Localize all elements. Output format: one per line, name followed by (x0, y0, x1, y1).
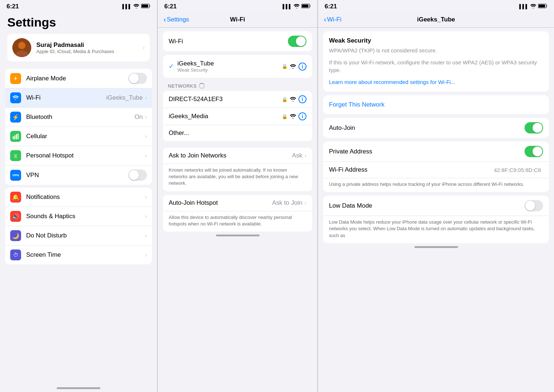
auto-join-hotspot-label: Auto-Join Hotspot (169, 199, 272, 207)
svg-rect-12 (302, 5, 309, 8)
wifi-nav-bar: ‹ Settings Wi-Fi (158, 12, 317, 28)
private-address-toggle[interactable] (525, 146, 543, 157)
network-detail-panel: 6:21 ▌▌▌ ‹ Wi-Fi iGeeks_Tube Weak Securi… (318, 0, 554, 392)
private-address-label: Private Address (329, 148, 525, 155)
auto-join-hotspot-section: Auto-Join Hotspot Ask to Join › Allow th… (163, 195, 312, 232)
airplane-mode-row[interactable]: ✈ Airplane Mode (5, 69, 152, 88)
signal-icon-3: ▌▌▌ (519, 4, 529, 9)
auto-join-row[interactable]: Auto-Join (323, 118, 549, 138)
wifi-nav-title: Wi-Fi (230, 16, 245, 23)
settings-title: Settings (7, 15, 150, 29)
screentime-row[interactable]: ⏱ Screen Time › (5, 245, 152, 264)
svg-rect-9 (16, 134, 17, 139)
wifi-toggle-label: Wi-Fi (169, 38, 288, 45)
hotspot-chevron: › (145, 152, 147, 159)
network-row-other[interactable]: Other... (163, 125, 312, 141)
svg-rect-8 (15, 135, 16, 139)
status-icons-2: ▌▌▌ (282, 3, 311, 10)
svg-rect-13 (310, 5, 311, 7)
profile-chevron: › (143, 44, 145, 51)
airplane-mode-label: Airplane Mode (26, 75, 128, 82)
ask-join-row[interactable]: Ask to Join Networks Ask › (163, 148, 312, 164)
auto-join-toggle[interactable] (525, 122, 543, 133)
connected-network[interactable]: ✓ iGeeks_Tube Weak Security 🔒 i (163, 55, 312, 78)
vpn-toggle[interactable] (128, 169, 147, 181)
hotspot-row[interactable]: ⧖ Personal Hotspot › (5, 146, 152, 165)
bluetooth-value: On (135, 113, 143, 121)
notifications-row[interactable]: 🔔 Notifications › (5, 188, 152, 207)
network-row-direct[interactable]: DIRECT-524A1EF3 🔒 i (163, 91, 312, 108)
sounds-row[interactable]: 🔊 Sounds & Haptics › (5, 207, 152, 226)
ask-join-description: Known networks will be joined automatica… (163, 164, 312, 191)
weak-security-learn-more[interactable]: Learn more about recommended settings fo… (329, 78, 543, 86)
profile-row[interactable]: Suraj Padmasali Apple ID, iCloud, Media … (7, 34, 150, 61)
vpn-row[interactable]: VPN VPN (5, 165, 152, 185)
ask-join-label: Ask to Join Networks (169, 152, 292, 159)
status-time-1: 6:21 (7, 3, 19, 10)
airplane-mode-toggle[interactable] (128, 73, 147, 84)
bluetooth-chevron: › (145, 114, 147, 120)
wifi-strength-icon-connected (290, 64, 296, 69)
home-indicator-1 (0, 384, 157, 392)
vpn-label: VPN (26, 172, 128, 179)
cellular-row[interactable]: Cellular › (5, 127, 152, 146)
auto-join-hotspot-description: Allow this device to automatically disco… (163, 211, 312, 232)
bluetooth-row[interactable]: ⚡ Bluetooth On › (5, 108, 152, 127)
system-group: 🔔 Notifications › 🔊 Sounds & Haptics › 🌙… (5, 188, 152, 264)
auto-join-hotspot-row[interactable]: Auto-Join Hotspot Ask to Join › (163, 195, 312, 211)
wifi-chevron: › (145, 95, 147, 101)
info-icon-connected[interactable]: i (298, 63, 306, 71)
auto-join-toggle-knob (533, 123, 542, 133)
toggle-knob (129, 73, 139, 83)
address-section: Private Address Wi-Fi Address 42:8F:C9:0… (323, 141, 549, 192)
lock-icon-media: 🔒 (282, 114, 288, 119)
wifi-back-chevron: ‹ (164, 15, 166, 24)
profile-subtitle: Apple ID, iCloud, Media & Purchases (36, 49, 143, 54)
sounds-icon: 🔊 (10, 211, 21, 222)
dnd-row[interactable]: 🌙 Do Not Disturb › (5, 226, 152, 245)
cellular-icon (10, 131, 21, 142)
notifications-label: Notifications (26, 193, 145, 201)
svg-rect-15 (539, 5, 545, 8)
hotspot-icon: ⧖ (10, 150, 21, 161)
detail-back-button[interactable]: ‹ Wi-Fi (324, 15, 341, 24)
network-row-media[interactable]: iGeeks_Media 🔒 i (163, 108, 312, 125)
screentime-label: Screen Time (26, 251, 145, 259)
networks-section-header: NETWORKS (158, 78, 317, 91)
auto-join-row-label: Auto-Join (329, 124, 525, 132)
status-bar-2: 6:21 ▌▌▌ (158, 0, 317, 12)
info-icon-direct[interactable]: i (298, 95, 306, 103)
wifi-status-icon-3 (530, 3, 536, 10)
profile-info: Suraj Padmasali Apple ID, iCloud, Media … (36, 41, 143, 54)
private-address-row[interactable]: Private Address (323, 141, 549, 162)
home-bar-2 (216, 235, 260, 236)
info-icon-media[interactable]: i (298, 112, 306, 120)
wifi-icon (10, 92, 21, 103)
networks-list: DIRECT-524A1EF3 🔒 i iGeeks_Media 🔒 i Oth… (163, 91, 312, 141)
connectivity-group: ✈ Airplane Mode Wi-Fi iGeeks_Tube › ⚡ (5, 69, 152, 185)
screentime-icon: ⏱ (10, 249, 21, 260)
loading-spinner (199, 83, 205, 89)
svg-rect-7 (13, 136, 14, 139)
wifi-label: Wi-Fi (26, 94, 106, 101)
wifi-row[interactable]: Wi-Fi iGeeks_Tube › (5, 88, 152, 108)
wifi-address-row: Wi-Fi Address 42:8F:C9:05:8D:C8 (323, 162, 549, 178)
detail-back-label: Wi-Fi (327, 16, 342, 23)
connected-network-icons: 🔒 i (282, 63, 306, 71)
lock-icon-connected: 🔒 (282, 64, 288, 69)
svg-text:✈: ✈ (13, 76, 18, 81)
weak-security-desc2: If this is your Wi-Fi network, configure… (329, 59, 543, 74)
networks-header-label: NETWORKS (168, 83, 197, 89)
low-data-toggle[interactable] (525, 200, 543, 211)
svg-rect-16 (547, 5, 547, 7)
low-data-section: Low Data Mode Low Data Mode helps reduce… (323, 196, 549, 243)
wifi-back-button[interactable]: ‹ Settings (164, 15, 189, 24)
check-mark-icon: ✓ (169, 63, 174, 70)
dnd-icon: 🌙 (10, 230, 21, 241)
low-data-row[interactable]: Low Data Mode (323, 196, 549, 216)
forget-network-button[interactable]: Forget This Network (329, 101, 385, 108)
auto-join-hotspot-value: Ask to Join (272, 199, 302, 207)
wifi-status-icon-1 (133, 4, 139, 9)
wifi-main-toggle[interactable] (288, 36, 306, 47)
private-address-knob (533, 147, 542, 156)
